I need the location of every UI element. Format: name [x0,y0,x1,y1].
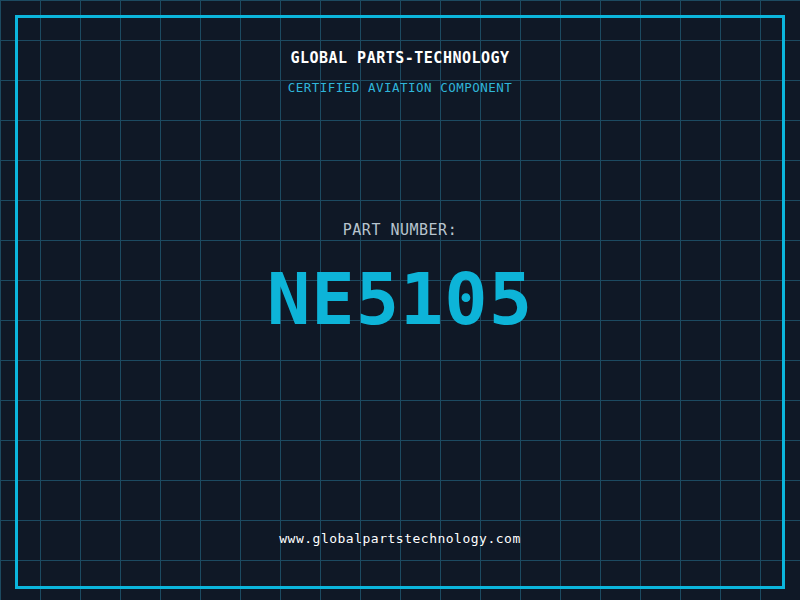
certification-tagline: CERTIFIED AVIATION COMPONENT [0,82,800,95]
parts-label-screen: GLOBAL PARTS-TECHNOLOGY CERTIFIED AVIATI… [0,0,800,600]
website-url: www.globalpartstechnology.com [0,532,800,545]
part-number-label: PART NUMBER: [0,223,800,238]
company-name: GLOBAL PARTS-TECHNOLOGY [0,51,800,66]
part-number-value: NE5105 [0,263,800,335]
